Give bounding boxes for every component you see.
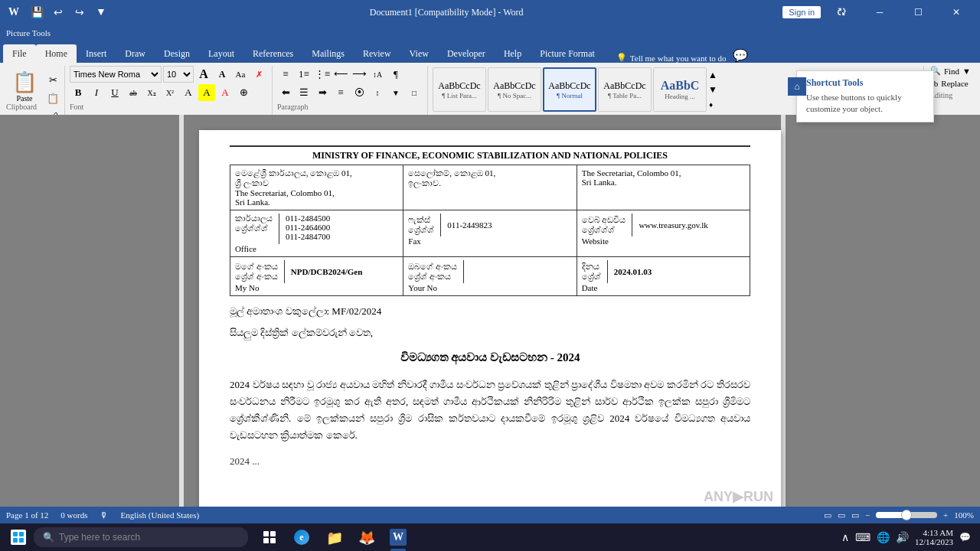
style-table-para[interactable]: AaBbCcDc ¶ Table Pa... bbox=[598, 67, 652, 112]
view-print-icon[interactable]: ▭ bbox=[838, 510, 845, 520]
font-name-select[interactable]: Times New Roma bbox=[70, 66, 162, 83]
comments-button[interactable]: 💬 bbox=[733, 48, 748, 63]
tab-references[interactable]: References bbox=[243, 44, 302, 63]
text-highlight-button[interactable]: A bbox=[198, 84, 215, 101]
network-icon[interactable]: 🌐 bbox=[877, 531, 890, 544]
taskbar-app-firefox[interactable]: 🦊 bbox=[351, 523, 381, 551]
taskbar-app-explorer[interactable]: 📁 bbox=[318, 523, 349, 551]
notification-chevron[interactable]: ∧ bbox=[841, 531, 849, 544]
tab-developer[interactable]: Developer bbox=[438, 44, 495, 63]
font-size-select[interactable]: 10 bbox=[163, 66, 194, 83]
justify-button[interactable]: ≡ bbox=[332, 84, 349, 101]
add-text-button[interactable]: ⊕ bbox=[235, 84, 252, 101]
style-no-spacing[interactable]: AaBbCcDc ¶ No Spac... bbox=[488, 67, 541, 112]
keyboard-icon[interactable]: ⌨ bbox=[855, 531, 871, 544]
italic-button[interactable]: I bbox=[88, 84, 105, 101]
decrease-indent-button[interactable]: ⟵ bbox=[332, 66, 349, 83]
taskbar-clock[interactable]: 4:13 AM 12/14/2023 bbox=[915, 528, 953, 546]
align-left-button[interactable]: ⬅ bbox=[277, 84, 294, 101]
quick-access-toolbar: 💾 ↩ ↪ ▼ bbox=[28, 3, 110, 21]
document-page: MINISTRY OF FINANCE, ECONOMIC STABILIZAT… bbox=[199, 130, 781, 507]
tell-me-area[interactable]: 💡 Tell me what you want to do bbox=[616, 53, 727, 63]
tab-home[interactable]: Home bbox=[36, 44, 77, 63]
settings-button[interactable]: 🗘 bbox=[824, 0, 859, 24]
style-heading-label: Heading ... bbox=[665, 93, 695, 100]
subscript-button[interactable]: X₂ bbox=[143, 84, 160, 101]
columns-button[interactable]: ⦿ bbox=[351, 84, 368, 101]
redo-button[interactable]: ↪ bbox=[70, 3, 89, 21]
tab-draw[interactable]: Draw bbox=[116, 44, 155, 63]
bold-button[interactable]: B bbox=[70, 84, 87, 101]
line-spacing-button[interactable]: ↕ bbox=[369, 84, 386, 101]
save-button[interactable]: 💾 bbox=[28, 3, 46, 21]
para-row1: ≡ 1≡ ⋮≡ ⟵ ⟶ ↕A ¶ bbox=[277, 66, 423, 83]
style-list-para-label: ¶ List Para... bbox=[442, 92, 476, 99]
bullets-button[interactable]: ≡ bbox=[277, 66, 294, 83]
taskbar-app-task-view[interactable] bbox=[254, 523, 285, 551]
tab-file[interactable]: File bbox=[3, 44, 36, 63]
view-normal-icon[interactable]: ▭ bbox=[824, 510, 831, 520]
tab-help[interactable]: Help bbox=[495, 44, 531, 63]
superscript-button[interactable]: X² bbox=[162, 84, 178, 101]
cut-button[interactable]: ✂ bbox=[44, 72, 61, 89]
font-color-button[interactable]: A bbox=[217, 84, 234, 101]
styles-scroll: ▲ ▼ ⬧ bbox=[708, 70, 717, 110]
grow-font-button[interactable]: A bbox=[195, 66, 212, 83]
undo-button[interactable]: ↩ bbox=[49, 3, 67, 21]
multilevel-button[interactable]: ⋮≡ bbox=[314, 66, 331, 83]
borders-button[interactable]: □ bbox=[406, 84, 423, 101]
increase-indent-button[interactable]: ⟶ bbox=[351, 66, 368, 83]
my-no-details: මගේ අංකය ශ්‍රේශ් අංකය NPD/DCB2024/Gen bbox=[235, 260, 398, 283]
tab-insert[interactable]: Insert bbox=[77, 44, 116, 63]
show-hide-button[interactable]: ¶ bbox=[387, 66, 404, 83]
styles-scroll-up[interactable]: ▲ bbox=[708, 70, 717, 81]
find-button[interactable]: 🔍 Find ▼ bbox=[930, 66, 971, 76]
align-right-button[interactable]: ➡ bbox=[314, 84, 331, 101]
numbering-button[interactable]: 1≡ bbox=[296, 66, 312, 83]
notification-button[interactable]: 💬 bbox=[959, 532, 971, 543]
col1-label2: Sri Lanka. bbox=[235, 197, 398, 207]
styles-scroll-down[interactable]: ▼ bbox=[708, 84, 717, 96]
sign-in-button[interactable]: Sign in bbox=[782, 6, 821, 18]
clear-all-button[interactable]: ✗ bbox=[250, 66, 267, 83]
paste-button[interactable]: 📋 Paste bbox=[6, 66, 43, 107]
taskbar-app-edge[interactable]: e bbox=[286, 523, 317, 551]
strikethrough-button[interactable]: ab bbox=[125, 84, 142, 101]
sort-button[interactable]: ↕A bbox=[369, 66, 386, 83]
minimize-button[interactable]: ─ bbox=[862, 0, 897, 24]
style-normal[interactable]: AaBbCcDc ¶ Normal bbox=[543, 67, 596, 112]
replace-button[interactable]: ab Replace bbox=[930, 79, 971, 88]
zoom-slider[interactable] bbox=[876, 512, 937, 518]
zoom-thumb[interactable] bbox=[901, 510, 912, 520]
align-center-button[interactable]: ☰ bbox=[296, 84, 312, 101]
dictation-icon[interactable]: 🎙 bbox=[100, 510, 108, 520]
divider2 bbox=[440, 214, 441, 236]
text-effects-button[interactable]: A bbox=[180, 84, 197, 101]
underline-button[interactable]: U bbox=[106, 84, 123, 101]
style-heading[interactable]: AaBbC Heading ... bbox=[653, 67, 707, 112]
maximize-button[interactable]: ☐ bbox=[900, 0, 936, 24]
tab-mailings[interactable]: Mailings bbox=[302, 44, 354, 63]
taskbar-search-input[interactable] bbox=[59, 532, 239, 543]
style-list-para[interactable]: AaBbCcDc ¶ List Para... bbox=[433, 67, 486, 112]
tab-view[interactable]: View bbox=[400, 44, 438, 63]
tab-design[interactable]: Design bbox=[155, 44, 199, 63]
shading-button[interactable]: ▼ bbox=[387, 84, 404, 101]
shrink-font-button[interactable]: A bbox=[214, 66, 230, 83]
language-status[interactable]: English (United States) bbox=[120, 510, 199, 520]
copy-button[interactable]: 📋 bbox=[44, 90, 61, 107]
view-web-icon[interactable]: ▭ bbox=[851, 510, 859, 520]
tab-picture-format[interactable]: Picture Format bbox=[531, 44, 604, 63]
tab-layout[interactable]: Layout bbox=[199, 44, 243, 63]
close-button[interactable]: ✕ bbox=[939, 0, 974, 24]
zoom-in-button[interactable]: + bbox=[943, 510, 948, 520]
change-case-button[interactable]: Aa bbox=[232, 66, 249, 83]
taskbar-app-word[interactable]: W bbox=[383, 523, 413, 551]
speaker-icon[interactable]: 🔊 bbox=[896, 531, 909, 544]
styles-expand[interactable]: ⬧ bbox=[708, 99, 717, 110]
tab-review[interactable]: Review bbox=[354, 44, 400, 63]
taskbar-search[interactable]: 🔍 bbox=[34, 527, 248, 547]
customize-button[interactable]: ▼ bbox=[92, 3, 110, 21]
start-button[interactable] bbox=[3, 523, 34, 551]
zoom-out-button[interactable]: − bbox=[865, 510, 870, 520]
